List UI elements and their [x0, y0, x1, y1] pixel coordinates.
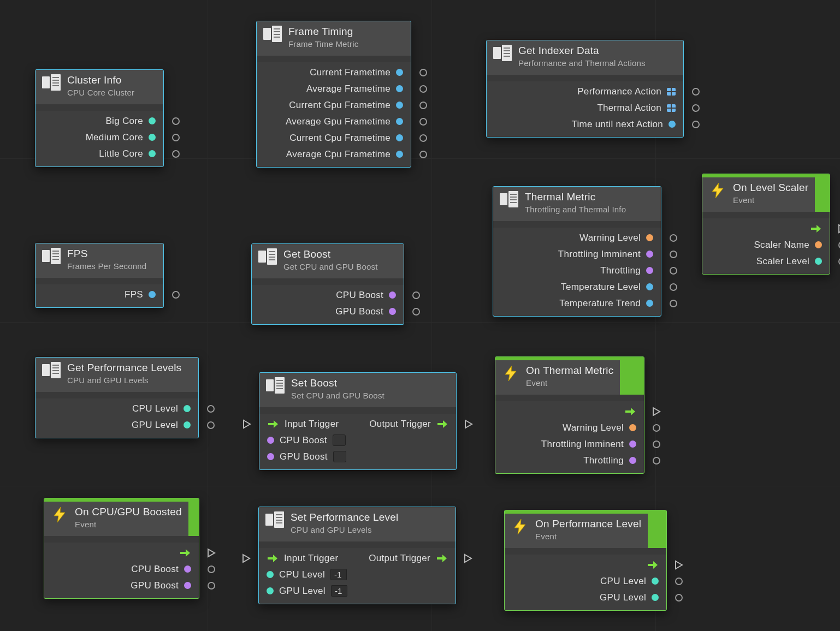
output-port[interactable]: Throttling: [495, 453, 644, 469]
connector-ring-icon[interactable]: [419, 85, 427, 93]
output-port[interactable]: CPU Boost: [44, 561, 199, 578]
output-port[interactable]: GPU Boost: [44, 578, 199, 594]
connector-ring-icon[interactable]: [670, 251, 677, 258]
exec-row[interactable]: Input Trigger Output Trigger: [259, 416, 456, 432]
output-port[interactable]: CPU Level: [36, 401, 198, 417]
node-subtitle: Event: [526, 378, 613, 388]
output-port[interactable]: Throttling Imminent: [493, 246, 661, 263]
output-port[interactable]: Temperature Level: [493, 279, 661, 295]
output-port[interactable]: Throttling: [493, 263, 661, 279]
arrow-right-icon: [436, 419, 448, 429]
output-port[interactable]: GPU Boost: [252, 303, 404, 320]
node-on-performance-level[interactable]: On Performance Level Event CPU LevelGPU …: [504, 510, 667, 611]
connector-ring-icon[interactable]: [692, 104, 700, 112]
script-icon: [266, 377, 285, 394]
output-port[interactable]: Warning Level: [493, 230, 661, 246]
node-title: Set Boost: [291, 377, 384, 390]
svg-rect-36: [510, 194, 517, 195]
connector-ring-icon[interactable]: [207, 421, 215, 429]
output-port[interactable]: Little Core: [36, 146, 163, 162]
output-port[interactable]: Average Gpu Frametime: [257, 114, 411, 130]
connector-ring-icon[interactable]: [208, 582, 215, 590]
output-port[interactable]: Big Core: [36, 113, 163, 129]
input-field[interactable]: [333, 451, 346, 462]
connector-ring-icon[interactable]: [419, 102, 427, 109]
output-port[interactable]: Temperature Trend: [493, 295, 661, 312]
connector-ring-icon[interactable]: [692, 121, 700, 128]
input-port[interactable]: CPU Level-1: [259, 567, 456, 583]
connector-ring-icon[interactable]: [675, 594, 683, 602]
output-port[interactable]: Current Gpu Frametime: [257, 97, 411, 114]
output-port[interactable]: Throttling Imminent: [495, 436, 644, 453]
connector-ring-icon[interactable]: [419, 134, 427, 142]
input-port[interactable]: CPU Boost: [259, 432, 456, 449]
connector-ring-icon[interactable]: [412, 291, 420, 299]
output-port[interactable]: CPU Boost: [252, 287, 404, 303]
connector-ring-icon[interactable]: [675, 578, 683, 585]
connector-ring-icon[interactable]: [419, 118, 427, 126]
exec-out[interactable]: [505, 557, 666, 573]
output-port[interactable]: Warning Level: [495, 420, 644, 436]
port-label: Big Core: [105, 116, 143, 127]
connector-ring-icon[interactable]: [412, 308, 420, 316]
input-port[interactable]: GPU Level-1: [259, 583, 456, 599]
svg-rect-14: [504, 47, 510, 49]
output-port[interactable]: Current Frametime: [257, 64, 411, 81]
input-field[interactable]: [333, 434, 346, 446]
output-port[interactable]: GPU Level: [505, 590, 666, 606]
connector-ring-icon[interactable]: [670, 283, 677, 291]
output-port[interactable]: Time until next Action: [487, 116, 683, 133]
node-get-indexer-data[interactable]: Get Indexer Data Performance and Thermal…: [486, 40, 684, 138]
node-on-cpu-gpu-boosted[interactable]: On CPU/GPU Boosted Event CPU BoostGPU Bo…: [44, 498, 199, 599]
node-get-boost[interactable]: Get Boost Get CPU and GPU Boost CPU Boos…: [251, 243, 404, 325]
input-port[interactable]: GPU Boost: [259, 449, 456, 465]
output-port[interactable]: Scaler Level: [702, 253, 830, 270]
exec-out[interactable]: [702, 221, 830, 237]
exec-row[interactable]: Input Trigger Output Trigger: [259, 550, 456, 567]
connector-ring-icon[interactable]: [670, 300, 677, 307]
exec-out[interactable]: [495, 403, 644, 420]
connector-ring-icon[interactable]: [670, 267, 677, 275]
svg-rect-32: [269, 257, 275, 258]
output-port[interactable]: Average Frametime: [257, 81, 411, 97]
connector-ring-icon[interactable]: [172, 134, 180, 141]
connector-ring-icon[interactable]: [670, 234, 677, 242]
node-cluster-info[interactable]: Cluster Info CPU Core Cluster Big CoreMe…: [35, 69, 164, 167]
connector-ring-icon[interactable]: [653, 424, 660, 432]
connector-ring-icon[interactable]: [172, 117, 180, 125]
output-port[interactable]: Performance Action: [487, 84, 683, 100]
node-get-performance-levels[interactable]: Get Performance Levels CPU and GPU Level…: [35, 357, 199, 438]
connector-ring-icon[interactable]: [419, 151, 427, 158]
node-on-thermal-metric[interactable]: On Thermal Metric Event Warning LevelThr…: [495, 356, 644, 474]
output-port[interactable]: FPS: [36, 287, 163, 303]
exec-pin-icon: [242, 419, 252, 429]
output-port[interactable]: Average Cpu Frametime: [257, 146, 411, 163]
input-field[interactable]: -1: [330, 569, 347, 580]
script-icon: [265, 511, 284, 528]
node-set-boost[interactable]: Set Boost Set CPU and GPU Boost Input Tr…: [259, 372, 457, 470]
connector-ring-icon[interactable]: [172, 150, 180, 158]
output-port[interactable]: Medium Core: [36, 129, 163, 146]
connector-ring-icon[interactable]: [692, 88, 700, 96]
output-port[interactable]: Thermal Action: [487, 100, 683, 116]
port-pin-icon: [184, 421, 191, 428]
connector-ring-icon[interactable]: [208, 565, 215, 573]
exec-out[interactable]: [44, 545, 199, 561]
connector-ring-icon[interactable]: [207, 405, 215, 413]
connector-ring-icon[interactable]: [653, 440, 660, 448]
svg-rect-51: [276, 388, 283, 389]
node-on-level-scaler[interactable]: On Level Scaler Event Scaler NameScaler …: [702, 174, 830, 275]
node-frame-timing[interactable]: Frame Timing Frame Time Metric Current F…: [256, 21, 411, 168]
connector-ring-icon[interactable]: [419, 69, 427, 76]
output-port[interactable]: CPU Level: [505, 573, 666, 590]
input-field[interactable]: -1: [331, 585, 347, 597]
output-port[interactable]: Scaler Name: [702, 237, 830, 253]
node-thermal-metric[interactable]: Thermal Metric Throttling and Thermal In…: [493, 186, 661, 317]
output-port[interactable]: Current Cpu Frametime: [257, 130, 411, 146]
port-label: CPU Boost: [336, 290, 383, 301]
connector-ring-icon[interactable]: [653, 457, 660, 465]
node-set-performance-level[interactable]: Set Performance Level CPU and GPU Levels…: [258, 507, 456, 604]
node-fps[interactable]: FPS Frames Per Seconnd FPS: [35, 243, 164, 308]
output-port[interactable]: GPU Level: [36, 417, 198, 433]
connector-ring-icon[interactable]: [172, 291, 180, 299]
